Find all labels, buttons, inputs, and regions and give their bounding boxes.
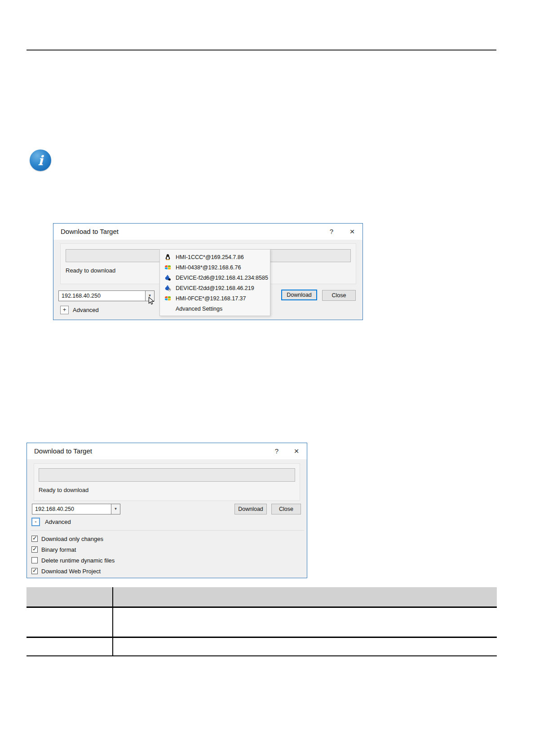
manual-page: i Download to Target ? × Ready to downlo…: [0, 0, 535, 756]
check-mark-icon: ✓: [32, 535, 37, 541]
device-hand-tux-icon: [164, 285, 171, 291]
help-button[interactable]: ?: [271, 443, 283, 459]
advanced-settings-item[interactable]: Advanced Settings: [160, 303, 270, 314]
table-row: [27, 608, 497, 637]
close-button[interactable]: Close: [322, 290, 356, 301]
device-dropdown-list: HMI-1CCC*@169.254.7.86 HMI-0438*@192.168…: [159, 249, 270, 316]
device-label: Advanced Settings: [176, 306, 222, 312]
checkbox[interactable]: ✓: [31, 546, 38, 553]
check-mark-icon: ✓: [32, 567, 37, 574]
checkbox[interactable]: ✓: [31, 568, 38, 574]
device-list-item[interactable]: HMI-0FCE*@192.168.17.37: [160, 293, 270, 303]
checkbox[interactable]: ✓: [31, 557, 38, 563]
checkbox-label: Download Web Project: [41, 568, 101, 575]
linux-tux-icon: [164, 254, 171, 260]
dialog-title: Download to Target: [61, 224, 119, 240]
target-address-input[interactable]: [32, 504, 111, 514]
reference-table: [27, 587, 497, 656]
device-list-item[interactable]: DEVICE-f2dd@192.168.46.219: [160, 283, 270, 293]
target-address-input[interactable]: [59, 291, 145, 301]
windows-logo-icon: [164, 295, 171, 302]
windows-logo-icon: [164, 264, 171, 271]
table-rule: [27, 655, 497, 656]
info-icon-glyph: i: [38, 153, 43, 168]
dialog-titlebar[interactable]: Download to Target ? ×: [53, 224, 363, 240]
dialog-title: Download to Target: [34, 443, 92, 459]
device-label: HMI-1CCC*@169.254.7.86: [176, 254, 244, 260]
device-list-item[interactable]: HMI-0438*@192.168.6.76: [160, 262, 270, 273]
device-label: DEVICE-f2d6@192.168.41.234:8585: [176, 275, 268, 281]
device-list-item[interactable]: DEVICE-f2d6@192.168.41.234:8585: [160, 273, 270, 283]
advanced-toggle-button[interactable]: -: [31, 518, 40, 526]
checkbox-label: Delete runtime dynamic files: [41, 557, 115, 564]
status-groupbox: Ready to download: [34, 463, 300, 501]
device-label: HMI-0FCE*@192.168.17.37: [176, 295, 246, 302]
info-icon: i: [30, 149, 51, 171]
table-column-divider: [112, 587, 113, 655]
device-hand-dark-icon: [164, 274, 171, 281]
download-button[interactable]: Download: [234, 504, 267, 514]
divider: [31, 530, 304, 531]
download-to-target-dialog-1: Download to Target ? × Ready to download…: [53, 223, 363, 320]
checkbox-delete-runtime-dynamic-files[interactable]: ✓ Delete runtime dynamic files: [31, 557, 115, 564]
help-button[interactable]: ?: [326, 224, 337, 240]
checkbox-download-web-project[interactable]: ✓ Download Web Project: [31, 567, 101, 575]
close-icon[interactable]: ×: [291, 443, 302, 459]
checkbox-binary-format[interactable]: ✓ Binary format: [31, 546, 76, 553]
download-button[interactable]: Download: [281, 290, 317, 300]
device-list-item[interactable]: HMI-1CCC*@169.254.7.86: [160, 252, 270, 262]
horizontal-rule: [27, 49, 496, 51]
table-header-row: [27, 587, 497, 607]
chevron-down-icon[interactable]: ▼: [111, 504, 120, 514]
close-icon[interactable]: ×: [346, 224, 358, 240]
checkbox-label: Download only changes: [41, 536, 103, 542]
checkbox-download-only-changes[interactable]: ✓ Download only changes: [31, 535, 103, 542]
close-button[interactable]: Close: [271, 504, 301, 514]
progress-bar: [39, 468, 295, 482]
check-mark-icon: ✓: [32, 545, 37, 552]
status-text: Ready to download: [66, 267, 115, 274]
advanced-label: Advanced: [73, 306, 99, 314]
advanced-toggle-button[interactable]: +: [60, 306, 69, 314]
dialog-titlebar[interactable]: Download to Target ? ×: [27, 443, 307, 459]
device-label: DEVICE-f2dd@192.168.46.219: [176, 285, 254, 291]
advanced-label: Advanced: [45, 518, 71, 526]
chevron-down-icon[interactable]: ▼: [145, 290, 155, 301]
download-to-target-dialog-2: Download to Target ? × Ready to download…: [27, 443, 307, 578]
status-text: Ready to download: [39, 487, 88, 493]
checkbox[interactable]: ✓: [31, 536, 38, 542]
table-row: [27, 638, 497, 655]
device-label: HMI-0438*@192.168.6.76: [176, 264, 241, 271]
target-address-combobox[interactable]: [58, 290, 146, 301]
empty-icon-spacer: [164, 305, 171, 312]
target-address-combobox[interactable]: [32, 504, 111, 514]
checkbox-label: Binary format: [41, 546, 76, 553]
